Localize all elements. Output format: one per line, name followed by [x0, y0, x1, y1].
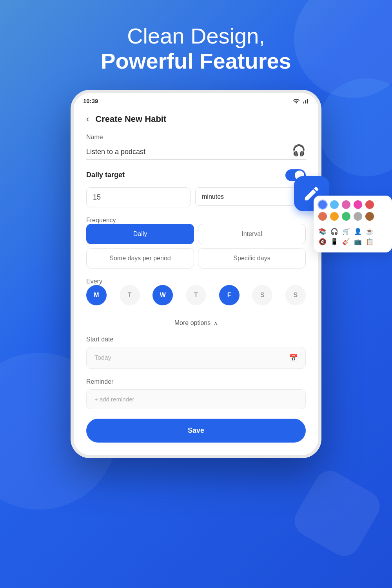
start-date-field[interactable]: Today 📅: [86, 347, 306, 369]
page-title: Create New Habit: [95, 114, 166, 124]
frequency-label: Frequency: [86, 217, 116, 223]
color-blue[interactable]: [318, 200, 327, 209]
color-pink[interactable]: [342, 200, 350, 209]
day-friday[interactable]: F: [219, 285, 240, 305]
back-button[interactable]: ‹: [86, 114, 89, 124]
emoji-clipboard[interactable]: 📋: [365, 238, 374, 246]
reminder-label: Reminder: [86, 378, 306, 385]
daily-target-label: Daily target: [86, 171, 125, 179]
name-input[interactable]: [86, 145, 306, 160]
save-button[interactable]: Save: [86, 419, 306, 443]
wifi-icon: [293, 98, 300, 105]
color-green[interactable]: [342, 212, 350, 221]
header-section: Clean Design, Powerful Features: [0, 0, 392, 86]
start-date-value: Today: [94, 354, 111, 361]
days-row: M T W T F S S: [86, 285, 306, 305]
frequency-section: Frequency Daily Interval Some days per p…: [86, 217, 306, 269]
emoji-person[interactable]: 👤: [354, 227, 362, 236]
day-monday[interactable]: M: [86, 285, 107, 305]
color-cyan[interactable]: [330, 200, 339, 209]
name-input-row: 🎧: [86, 145, 306, 160]
freq-interval-button[interactable]: Interval: [198, 224, 306, 244]
start-date-label: Start date: [86, 336, 306, 343]
emoji-book[interactable]: 📚: [318, 227, 327, 236]
reminder-field[interactable]: + add reminder: [86, 389, 306, 409]
color-brown[interactable]: [365, 212, 374, 221]
status-icons: [293, 98, 309, 105]
color-row-1: [318, 200, 387, 209]
target-inputs: minutes hours times ▼: [86, 187, 306, 207]
target-number-input[interactable]: [86, 187, 191, 207]
more-options-label: More options: [174, 319, 211, 327]
status-bar: 10:39: [74, 93, 318, 108]
bg-shape-4: [289, 465, 385, 562]
day-saturday[interactable]: S: [252, 285, 272, 305]
freq-somedays-button[interactable]: Some days per period: [86, 248, 194, 269]
signal-icon: [302, 98, 309, 105]
reminder-section: Reminder + add reminder: [86, 378, 306, 409]
color-hot-pink[interactable]: [354, 200, 362, 209]
reminder-placeholder: + add reminder: [94, 396, 134, 403]
name-label: Name: [86, 134, 306, 141]
unit-select[interactable]: minutes hours times: [195, 187, 306, 206]
header-line1: Clean Design,: [31, 24, 361, 49]
day-tuesday[interactable]: T: [120, 285, 140, 305]
freq-specificdays-button[interactable]: Specific days: [198, 248, 306, 269]
emoji-tv[interactable]: 📺: [354, 238, 362, 246]
phone-wrapper: 📚 🎧 🛒 👤 ☕ 🔇 📱 🎸 📺 📋 10:39: [0, 90, 392, 458]
emoji-phone[interactable]: 📱: [330, 238, 339, 246]
every-section: Every M T W T F S S: [86, 278, 306, 305]
emoji-row-2: 🔇 📱 🎸 📺 📋: [318, 238, 387, 246]
day-thursday[interactable]: T: [186, 285, 206, 305]
start-date-section: Start date Today 📅: [86, 336, 306, 369]
emoji-coffee[interactable]: ☕: [365, 227, 374, 236]
header-line2: Powerful Features: [31, 49, 361, 74]
headphones-icon: 🎧: [292, 144, 306, 157]
day-wednesday[interactable]: W: [152, 285, 173, 305]
emoji-mute[interactable]: 🔇: [318, 238, 327, 246]
every-label: Every: [86, 278, 102, 285]
emoji-headphones[interactable]: 🎧: [330, 227, 339, 236]
color-orange-red[interactable]: [318, 212, 327, 221]
daily-target-row: Daily target: [86, 169, 306, 181]
app-content: ‹ Create New Habit Name 🎧 Daily target: [74, 108, 318, 455]
frequency-grid: Daily Interval Some days per period Spec…: [86, 224, 306, 269]
emoji-guitar[interactable]: 🎸: [342, 238, 350, 246]
color-red[interactable]: [365, 200, 374, 209]
color-emoji-picker: 📚 🎧 🛒 👤 ☕ 🔇 📱 🎸 📺 📋: [314, 196, 392, 252]
freq-daily-button[interactable]: Daily: [86, 224, 194, 244]
status-time: 10:39: [83, 98, 98, 104]
day-sunday[interactable]: S: [285, 285, 306, 305]
emoji-row-1: 📚 🎧 🛒 👤 ☕: [318, 227, 387, 236]
nav-bar: ‹ Create New Habit: [86, 108, 306, 134]
more-options-row[interactable]: More options ∧: [86, 315, 306, 336]
color-row-2: [318, 212, 387, 221]
color-gray[interactable]: [354, 212, 362, 221]
chevron-up-icon: ∧: [214, 320, 218, 326]
calendar-icon: 📅: [289, 354, 298, 362]
emoji-cart[interactable]: 🛒: [342, 227, 350, 236]
phone-frame: 10:39 ‹ Create New Habit: [71, 90, 321, 458]
color-orange[interactable]: [330, 212, 339, 221]
name-section: Name 🎧: [86, 134, 306, 160]
unit-select-wrapper: minutes hours times ▼: [195, 187, 306, 207]
picker-divider: [318, 224, 387, 224]
phone-container: 📚 🎧 🛒 👤 ☕ 🔇 📱 🎸 📺 📋 10:39: [71, 90, 321, 458]
